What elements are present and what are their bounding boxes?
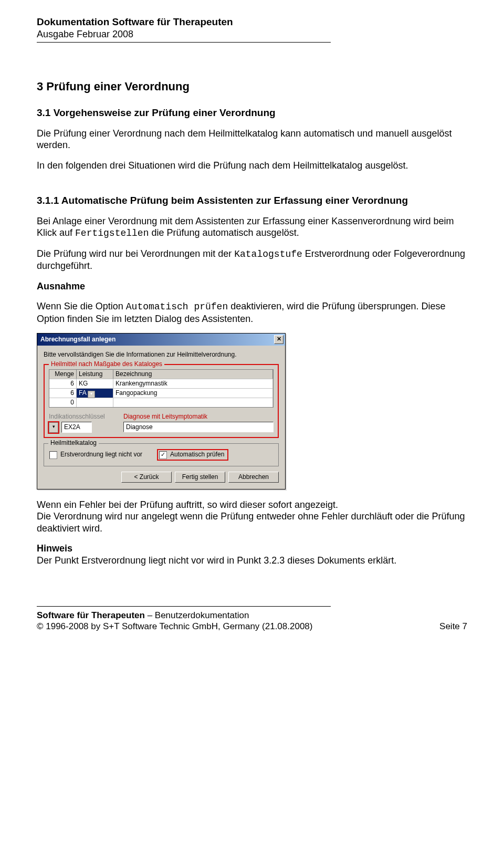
col-leistung: Leistung [77, 370, 113, 379]
paragraph: In den folgenden drei Situationen wird d… [37, 160, 467, 172]
header-rule [37, 42, 331, 43]
checkbox-label: Automatisch prüfen [170, 451, 224, 458]
paragraph: Bei Anlage einer Verordnung mit dem Assi… [37, 215, 467, 239]
text: Wenn Sie die Option [37, 301, 126, 311]
text: Die Verordnung wird nur angelegt wenn di… [37, 511, 465, 534]
checkbox-automatisch-pruefen[interactable]: ✓Automatisch prüfen [159, 451, 224, 458]
text: Der Punkt Erstverordnung liegt nicht vor… [37, 555, 396, 566]
table-header-row: Menge Leistung Bezeichnung [49, 370, 273, 379]
cell-leistung[interactable]: KG [77, 379, 113, 388]
doc-header: Dokumentation Software für Therapeuten A… [37, 16, 467, 43]
code-span: Automatisch prüfen [126, 301, 228, 312]
code-span: Fertigstellen [75, 228, 149, 238]
finish-button[interactable]: Fertig stellen [175, 472, 225, 483]
cell-menge[interactable]: 0 [49, 398, 77, 407]
col-menge: Menge [49, 370, 77, 379]
hinweis-block: Hinweis Der Punkt Erstverordnung liegt n… [37, 543, 467, 566]
label-diagnose: Diagnose mit Leitsymptomatik [123, 413, 274, 421]
text: Wenn ein Fehler bei der Prüfung auftritt… [37, 499, 338, 510]
doc-footer: Software für Therapeuten – Benutzerdokum… [37, 610, 467, 632]
dialog-button-row: < Zurück Fertig stellen Abbrechen [44, 472, 279, 483]
paragraph: Die Prüfung einer Verordnung nach dem He… [37, 128, 467, 151]
doc-edition: Ausgabe Februar 2008 [37, 28, 467, 40]
heilmittel-grid[interactable]: Menge Leistung Bezeichnung 6 KG Krankeng… [49, 369, 274, 408]
checkbox-label: Erstverordnung liegt nicht vor [60, 451, 142, 458]
indikation-dropdown-button[interactable]: ▾ [49, 422, 58, 433]
table-row[interactable]: 6 FA▾ Fangopackung [49, 389, 273, 398]
section-3-heading: 3 Prüfung einer Verordnung [37, 79, 467, 94]
cell-leistung-selected[interactable]: FA▾ [77, 389, 113, 398]
fieldset-heilmittelkatalog: Heilmittelkatalog Erstverordnung liegt n… [44, 443, 279, 466]
code-span: Katalogstufe [234, 249, 302, 259]
legend: Heilmittel nach Maßgabe des Kataloges [49, 360, 164, 368]
cell-bez[interactable] [113, 398, 273, 407]
cell-menge[interactable]: 6 [49, 379, 77, 388]
checkbox-erstverordnung[interactable]: Erstverordnung liegt nicht vor [49, 451, 142, 459]
dialog-title: Abrechnungsfall anlegen [40, 336, 116, 343]
doc-title: Dokumentation Software für Therapeuten [37, 16, 467, 28]
footer-doc-type: – Benutzerdokumentation [145, 610, 249, 620]
close-icon[interactable]: ✕ [274, 335, 284, 344]
dialog-titlebar[interactable]: Abrechnungsfall anlegen ✕ [37, 334, 285, 346]
screenshot-dialog: Abrechnungsfall anlegen ✕ Bitte vervolls… [37, 333, 467, 489]
ausnahme-heading: Ausnahme [37, 280, 467, 293]
dialog-body: Bitte vervollständigen Sie die Informati… [37, 346, 285, 488]
table-row[interactable]: 6 KG Krankengymnastik [49, 379, 273, 389]
dropdown-icon[interactable]: ▾ [88, 391, 95, 398]
dialog-window: Abrechnungsfall anlegen ✕ Bitte vervolls… [37, 333, 286, 489]
footer-copyright: © 1996-2008 by S+T Software Technic GmbH… [37, 621, 312, 631]
table-row[interactable]: 0 [49, 398, 273, 407]
cell-leistung[interactable] [77, 398, 113, 407]
section-3-1-1-heading: 3.1.1 Automatische Prüfung beim Assisten… [37, 194, 467, 207]
col-bezeichnung: Bezeichnung [113, 370, 273, 379]
indikation-input[interactable]: EX2A [61, 422, 92, 433]
hinweis-heading: Hinweis [37, 543, 72, 554]
checkbox-icon[interactable]: ✓ [159, 451, 167, 459]
cell-bez[interactable]: Krankengymnastik [113, 379, 273, 388]
cell-menge[interactable]: 6 [49, 389, 77, 398]
legend: Heilmittelkatalog [48, 439, 99, 447]
text: die Prüfung automatisch ausgelöst. [149, 227, 299, 238]
fieldset-heilmittel: Heilmittel nach Maßgabe des Kataloges Me… [44, 364, 279, 438]
page-number: Seite 7 [439, 621, 467, 632]
footer-rule [37, 606, 331, 607]
cell-bez[interactable]: Fangopackung [113, 389, 273, 398]
paragraph: Wenn Sie die Option Automatisch prüfen d… [37, 300, 467, 325]
text: Die Prüfung wird nur bei Verordnungen mi… [37, 248, 234, 259]
label-indikation: Indikationsschlüssel [49, 413, 117, 421]
checkbox-icon[interactable] [49, 451, 57, 459]
paragraph: Die Prüfung wird nur bei Verordnungen mi… [37, 248, 467, 272]
footer-product: Software für Therapeuten [37, 610, 145, 620]
cancel-button[interactable]: Abbrechen [228, 472, 279, 483]
dialog-intro: Bitte vervollständigen Sie die Informati… [44, 351, 279, 359]
back-button[interactable]: < Zurück [121, 472, 172, 483]
section-3-1-heading: 3.1 Vorgehensweise zur Prüfung einer Ver… [37, 107, 467, 119]
diagnose-input[interactable]: Diagnose [123, 422, 274, 432]
paragraph: Wenn ein Fehler bei der Prüfung auftritt… [37, 499, 467, 535]
